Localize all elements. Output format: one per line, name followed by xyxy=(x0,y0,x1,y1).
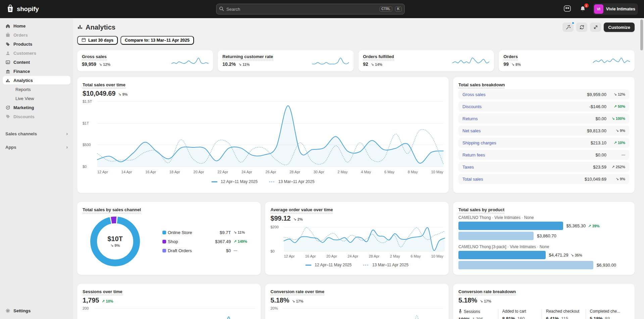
sparkline-chart xyxy=(452,57,489,65)
sparkline-chart xyxy=(171,57,208,65)
breakdown-table: Gross sales $9,959.00 ↘ 12% Discounts -$… xyxy=(458,89,629,184)
sessions-chart: 200 150 xyxy=(95,308,255,319)
funnel-step: Reached checkout 6.41% 115 xyxy=(542,309,586,319)
total-sales-chart: $1.5T $1T $500 $0 xyxy=(83,101,443,167)
home-icon xyxy=(5,24,10,29)
sales-by-channel-card: Total sales by sales channel $10T ↘ 9% xyxy=(77,202,261,275)
x-axis-labels: 12 Apr16 Apr20 Apr24 Apr28 Apr2 May6 May… xyxy=(284,254,443,258)
conversion-funnel: Sessions 100% 1,795 Added to cart 8.91% … xyxy=(458,309,629,319)
sidebar-item-reports[interactable]: Reports xyxy=(3,85,70,94)
legend-swatch xyxy=(162,231,166,234)
chevron-right-icon: › xyxy=(66,144,68,150)
kpi-orders: Orders 99 ↘ 8% xyxy=(499,50,635,72)
legend-item: Draft Orders $0 — xyxy=(162,248,250,253)
notification-dot xyxy=(572,21,575,25)
table-row: Taxes $23.59 ↗ 252% xyxy=(458,162,629,172)
notification-badge: 1 xyxy=(584,3,589,8)
conversion-rate-over-time-card: Conversion rate over time 5.18% ↘ 17% 20… xyxy=(265,284,449,319)
table-row: Return fees $0.00 — xyxy=(458,150,629,160)
shopify-wordmark: shopify xyxy=(17,5,39,13)
kbd-k: K xyxy=(395,6,401,12)
card-title-link[interactable]: Sessions over time xyxy=(83,289,122,295)
table-row: Net sales $9,813.00 ↘ 9% xyxy=(458,126,629,136)
total-sales-breakdown-card: Total sales breakdown Gross sales $9,959… xyxy=(453,77,635,193)
x-axis-labels: 12 Apr14 Apr16 Apr18 Apr20 Apr22 Apr24 A… xyxy=(97,170,443,174)
finance-icon xyxy=(5,69,10,74)
conversion-chart: 20% 15% xyxy=(283,308,443,319)
search-input[interactable] xyxy=(227,7,377,12)
sales-by-product-card: Total sales by product CAMELNO Thong · V… xyxy=(453,202,635,275)
sidebar: Home Orders Products Customers Content F… xyxy=(0,18,73,319)
table-row: Shipping charges $213.10 ↗ 10% xyxy=(458,138,629,148)
person-icon xyxy=(458,309,462,314)
card-title-link[interactable]: Conversion rate breakdown xyxy=(458,289,516,295)
donut-chart: $10T ↘ 9% xyxy=(87,213,144,270)
current-period-bar xyxy=(458,222,563,230)
kpi-gross-sales: Gross sales $9,959 ↘ 12% xyxy=(77,50,213,72)
card-title-link[interactable]: Average order value over time xyxy=(270,207,333,213)
search-icon xyxy=(219,6,224,12)
sessions-over-time-card: Sessions over time 1,795 ↗ 10% 200 150 xyxy=(77,284,261,319)
sidebar-item-content[interactable]: Content xyxy=(3,58,70,66)
kbd-ctrl: CTRL xyxy=(380,6,393,12)
conversion-rate-breakdown-card: Conversion rate breakdown 5.18% ↘ 17% Se… xyxy=(453,284,635,319)
card-title-link[interactable]: Total sales by sales channel xyxy=(83,207,141,213)
notifications-button[interactable]: 1 xyxy=(578,4,588,14)
gear-icon xyxy=(5,308,10,313)
previous-period-bar xyxy=(458,232,534,240)
card-title-link[interactable]: Total sales breakdown xyxy=(458,82,505,88)
sidebar-item-orders[interactable]: Orders xyxy=(3,31,70,39)
table-row: Gross sales $9,959.00 ↘ 12% xyxy=(458,89,629,99)
product-name: CAMELNO Thong [3-pack] · Vivie Intimates… xyxy=(458,244,629,249)
previous-period-bar xyxy=(458,261,593,269)
compare-picker[interactable]: Compare to: 13 Mar–11 Apr 2025 xyxy=(120,36,194,45)
fullscreen-button[interactable] xyxy=(590,22,601,32)
funnel-step: Sessions 100% 1,795 xyxy=(458,309,498,319)
kpi-title-link[interactable]: Returning customer rate xyxy=(222,54,273,60)
sidebar-item-finance[interactable]: Finance xyxy=(3,67,70,76)
chart-legend: 12 Apr–11 May 2025 •••13 Mar–11 Apr 2025 xyxy=(83,179,443,184)
sidebar-item-home[interactable]: Home xyxy=(3,21,70,30)
legend-item: Online Store $9.7T ↘ 11% xyxy=(162,230,250,235)
orders-icon xyxy=(5,33,10,38)
content-icon xyxy=(5,60,10,65)
kpi-returning-customer-rate: Returning customer rate 10.2% ↘ 11% xyxy=(218,50,354,72)
shop-channel-button[interactable] xyxy=(562,4,573,14)
sidebar-item-discounts[interactable]: Discounts xyxy=(3,112,70,121)
page-title: Analytics xyxy=(77,24,115,31)
legend-item: Shop $367.49 ↗ 149% xyxy=(162,239,250,244)
sidebar-item-analytics[interactable]: Analytics xyxy=(3,76,70,85)
shopify-logo[interactable]: S shopify xyxy=(6,4,83,14)
average-order-value-card: Average order value over time $99.12 ↘ 2… xyxy=(265,202,449,275)
shop-channel-icon xyxy=(564,5,571,13)
store-switcher[interactable]: VI Vivie Intimates xyxy=(593,3,638,15)
card-title-link[interactable]: Total sales over time xyxy=(83,82,126,88)
sidebar-item-marketing[interactable]: Marketing xyxy=(3,103,70,112)
main-content: Analytics Customize Last 30 days xyxy=(73,18,644,319)
kpi-title-link[interactable]: Orders xyxy=(503,54,518,60)
sidebar-item-settings[interactable]: Settings xyxy=(3,306,70,315)
refresh-button[interactable] xyxy=(576,22,587,32)
kpi-row: Gross sales $9,959 ↘ 12% Returning custo… xyxy=(77,50,635,72)
customize-button[interactable]: Customize xyxy=(604,22,635,32)
chart-legend: 12 Apr–11 May 2025 •••13 Mar–11 Apr 2025 xyxy=(270,263,443,267)
kpi-title-link[interactable]: Orders fulfilled xyxy=(363,54,394,60)
card-title-link[interactable]: Conversion rate over time xyxy=(270,289,324,295)
funnel-step: Added to cart 8.91% 160 xyxy=(498,309,542,319)
date-range-picker[interactable]: Last 30 days xyxy=(77,36,118,45)
sidebar-section-sales-channels[interactable]: Sales channels › xyxy=(3,129,70,138)
shopify-bag-icon: S xyxy=(6,4,14,14)
sidebar-item-customers[interactable]: Customers xyxy=(3,49,70,57)
chevron-right-icon: › xyxy=(66,131,68,136)
card-title-link[interactable]: Total sales by product xyxy=(458,207,504,213)
legend-swatch xyxy=(162,240,166,243)
sidebar-item-live-view[interactable]: Live View xyxy=(3,94,70,103)
ai-assistant-button[interactable] xyxy=(562,22,574,32)
scrollbar-thumb[interactable] xyxy=(640,19,643,50)
kpi-title-link[interactable]: Gross sales xyxy=(82,54,107,60)
discounts-icon xyxy=(5,114,10,119)
sidebar-section-apps[interactable]: Apps › xyxy=(3,143,70,151)
funnel-step: Completed che... 5.18% 93 xyxy=(586,309,630,319)
sidebar-item-products[interactable]: Products xyxy=(3,40,70,48)
global-search[interactable]: CTRL K xyxy=(216,4,405,14)
